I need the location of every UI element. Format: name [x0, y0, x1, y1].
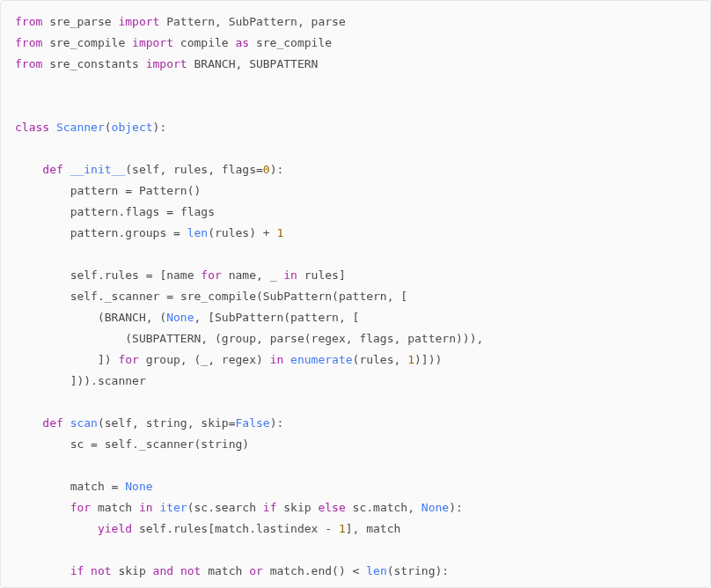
- arg: string: [201, 437, 242, 451]
- none: None: [166, 311, 194, 324]
- none: None: [421, 501, 449, 514]
- attr: lastindex: [256, 522, 318, 535]
- kw-import: import: [118, 15, 159, 28]
- none: None: [125, 480, 152, 493]
- kw-import: import: [146, 57, 187, 70]
- kw-not: not: [180, 564, 201, 577]
- var: match: [366, 522, 400, 535]
- call: sre_compile: [180, 290, 256, 303]
- param: string: [146, 416, 187, 430]
- code-block: from sre_parse import Pattern, SubPatter…: [0, 0, 711, 588]
- kw-def: def: [42, 163, 62, 176]
- const: BRANCH: [105, 311, 146, 324]
- var: match: [215, 522, 249, 535]
- builtin: len: [366, 564, 386, 577]
- kw-for: for: [70, 501, 91, 514]
- module: sre_constants: [49, 57, 139, 70]
- call: end: [312, 564, 332, 577]
- name: compile: [180, 36, 229, 49]
- kw-for: for: [201, 268, 221, 282]
- kw-for: for: [118, 353, 138, 366]
- self: self: [105, 437, 132, 451]
- builtin: enumerate: [290, 353, 352, 366]
- self: self: [139, 522, 166, 535]
- name: sre_compile: [256, 36, 332, 49]
- var: skip: [283, 501, 311, 514]
- kw-class: class: [15, 121, 49, 134]
- arg: pattern: [407, 332, 456, 345]
- attr: _scanner: [105, 290, 160, 303]
- kw-in: in: [270, 353, 284, 366]
- kw-in: in: [139, 501, 153, 514]
- name: SubPattern: [229, 15, 297, 28]
- underscore: _: [201, 353, 208, 366]
- kw-and: and: [153, 564, 173, 577]
- kw-from: from: [15, 15, 42, 28]
- arg: rules: [215, 226, 249, 239]
- self: self: [70, 268, 98, 282]
- kw-not: not: [91, 564, 111, 577]
- const: False: [236, 416, 270, 430]
- param: self: [132, 163, 159, 176]
- arg: pattern: [290, 311, 339, 324]
- name: parse: [312, 15, 346, 28]
- var: sc: [70, 437, 84, 451]
- arg: flags: [359, 332, 393, 345]
- op: <: [353, 564, 360, 577]
- num: 1: [339, 522, 346, 535]
- fn-name: __init__: [70, 163, 126, 176]
- call: parse: [270, 332, 304, 345]
- kw-import: import: [132, 36, 173, 49]
- kw-if: if: [263, 501, 277, 514]
- call: SubPattern: [263, 290, 332, 303]
- comma: ,: [215, 15, 222, 28]
- kw-yield: yield: [98, 522, 132, 535]
- op: +: [263, 226, 270, 239]
- attr: match: [373, 501, 407, 514]
- var: name: [229, 268, 256, 282]
- var: flags: [180, 205, 215, 218]
- var: pattern: [70, 205, 119, 218]
- kw-as: as: [235, 36, 249, 49]
- var: match: [70, 480, 105, 493]
- var: skip: [118, 564, 145, 577]
- kw-from: from: [15, 57, 42, 70]
- module: sre_compile: [49, 36, 125, 49]
- num: 1: [276, 226, 283, 239]
- base: object: [112, 121, 153, 134]
- var: match: [270, 564, 304, 577]
- var: match: [98, 501, 132, 514]
- param: flags: [222, 163, 256, 176]
- attr: _scanner: [139, 437, 194, 451]
- fn-name: scan: [70, 416, 98, 430]
- num: 1: [407, 353, 414, 366]
- code-content: from sre_parse import Pattern, SubPatter…: [15, 11, 696, 588]
- kw-in: in: [283, 268, 297, 282]
- name: Pattern: [166, 15, 215, 28]
- var: group: [146, 353, 180, 366]
- param: rules: [173, 163, 208, 176]
- name: SUBPATTERN: [249, 57, 318, 70]
- kw-else: else: [318, 501, 345, 514]
- kw-or: or: [249, 564, 263, 577]
- var: pattern: [70, 184, 119, 197]
- attr: rules: [105, 268, 139, 282]
- comma: ,: [235, 57, 242, 70]
- arg: regex: [312, 332, 346, 345]
- kw-def: def: [42, 416, 62, 430]
- call: SubPattern: [215, 311, 283, 324]
- attr: groups: [125, 226, 166, 239]
- kw-if: if: [70, 564, 84, 577]
- param: skip: [201, 416, 228, 430]
- module: sre_parse: [49, 15, 111, 28]
- name: BRANCH: [194, 57, 236, 70]
- arg: group: [222, 332, 256, 345]
- obj: sc: [194, 501, 209, 514]
- var: regex: [222, 353, 256, 366]
- attr: scanner: [98, 374, 146, 387]
- const: SUBPATTERN: [132, 332, 201, 345]
- var: name: [166, 268, 194, 282]
- num: 0: [263, 163, 270, 176]
- class-name: Scanner: [56, 121, 105, 134]
- underscore: _: [270, 268, 277, 282]
